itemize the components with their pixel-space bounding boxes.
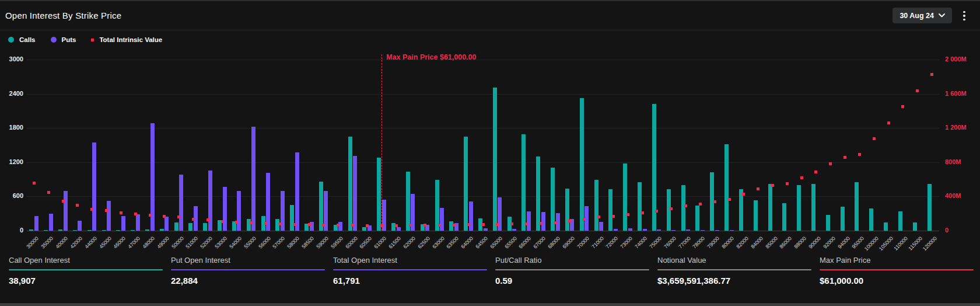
call-bar <box>855 182 859 231</box>
put-bar <box>237 191 241 231</box>
call-bar <box>928 184 932 231</box>
right-axis-tick: 2 000M <box>945 55 980 62</box>
call-bar <box>116 230 120 231</box>
call-bar <box>898 211 902 231</box>
intrinsic-value-dot <box>453 224 456 227</box>
right-axis-tick: 1 600M <box>945 90 980 97</box>
call-bar <box>681 185 685 231</box>
call-bar <box>522 134 526 231</box>
put-bar <box>295 152 299 231</box>
x-axis-tick: 65500 <box>503 235 518 250</box>
legend-label: Total Intrinsic Value <box>99 36 162 43</box>
gridline <box>27 94 939 95</box>
intrinsic-value-dot <box>206 218 209 221</box>
bottom-scrollbar[interactable] <box>0 302 980 306</box>
x-axis-tick: 54000 <box>228 235 243 250</box>
intrinsic-value-dot <box>105 209 108 212</box>
x-axis-tick: 60000 <box>344 235 359 250</box>
legend-label: Puts <box>62 36 76 43</box>
left-axis-tick: 0 <box>0 227 23 234</box>
intrinsic-value-dot <box>264 222 267 225</box>
kebab-menu-icon[interactable] <box>959 9 970 23</box>
call-bar <box>782 203 786 231</box>
stat-underline <box>495 269 649 270</box>
call-bar <box>608 189 612 231</box>
call-bar <box>884 222 888 231</box>
x-axis-tick: 84000 <box>750 235 764 250</box>
intrinsic-value-dot <box>742 193 745 196</box>
intrinsic-value-dot <box>829 162 832 165</box>
x-axis-tick: 86000 <box>779 235 793 250</box>
chart-plot-area[interactable]: Max Pain Price $61,000.00 <box>27 60 939 231</box>
call-bar <box>869 208 873 231</box>
x-axis-tick: 67000 <box>533 235 547 250</box>
x-axis-tick: 71000 <box>590 235 605 250</box>
stat-value: 0.59 <box>495 276 649 286</box>
intrinsic-value-dot <box>771 184 774 187</box>
x-axis-tick: 55000 <box>243 235 257 250</box>
intrinsic-value-dot <box>540 222 542 225</box>
call-bar <box>493 88 497 231</box>
x-axis-tick: 69000 <box>561 235 576 250</box>
x-axis-tick: 110000 <box>892 235 909 252</box>
call-bar <box>88 230 92 231</box>
intrinsic-value-dot <box>757 187 760 190</box>
intrinsic-value-dot <box>901 105 904 108</box>
put-bar <box>686 230 690 231</box>
put-bar <box>223 187 227 231</box>
put-bar <box>657 230 661 231</box>
gridline <box>27 196 939 197</box>
legend-item-calls[interactable]: Calls <box>8 36 36 43</box>
gridline <box>27 162 939 163</box>
put-bar <box>440 208 444 231</box>
call-bar <box>724 144 729 231</box>
panel-header: Open Interest By Strike Price 30 Aug 24 <box>0 1 980 30</box>
intrinsic-value-dot <box>844 156 846 159</box>
intrinsic-value-dot <box>858 153 861 156</box>
put-bar <box>164 217 169 231</box>
stat-label: Total Open Interest <box>333 256 487 265</box>
intrinsic-value-dot <box>134 213 137 215</box>
intrinsic-value-dot <box>597 215 600 218</box>
x-axis-tick: 75000 <box>648 235 663 250</box>
intrinsic-value-dot <box>192 218 195 221</box>
put-bar <box>541 212 545 231</box>
legend-item-total-intrinsic-value[interactable]: Total Intrinsic Value <box>91 36 162 43</box>
x-axis-tick: 80000 <box>720 235 735 250</box>
x-axis-tick: 51000 <box>185 235 200 250</box>
stat-label: Notional Value <box>657 256 811 265</box>
x-axis-tick: 77000 <box>677 235 692 250</box>
left-axis-tick: 600 <box>0 192 23 199</box>
left-axis-tick: 1200 <box>0 158 23 165</box>
left-axis-tick: 2400 <box>0 90 23 97</box>
right-axis-tick: 0 <box>945 227 980 234</box>
call-bar <box>174 222 178 231</box>
legend-item-puts[interactable]: Puts <box>51 36 76 43</box>
x-axis-tick: 62000 <box>402 235 416 250</box>
call-bar <box>362 227 366 231</box>
x-axis-tick: 63000 <box>431 235 446 250</box>
x-axis-tick: 61500 <box>387 235 402 250</box>
intrinsic-value-dot <box>482 223 485 226</box>
stat-label: Call Open Interest <box>9 256 163 265</box>
put-bar <box>136 214 140 231</box>
put-bar <box>643 229 647 231</box>
x-axis-tick: 60500 <box>359 235 373 250</box>
date-selector-button[interactable]: 30 Aug 24 <box>892 8 952 23</box>
call-bar <box>188 223 192 231</box>
right-axis-tick: 800M <box>945 158 980 165</box>
x-axis-tick: 42000 <box>69 235 83 250</box>
legend-square-icon <box>91 39 94 41</box>
call-bar <box>811 184 816 231</box>
intrinsic-value-dot <box>366 224 369 227</box>
stat-label: Put/Call Ratio <box>495 256 649 265</box>
call-bar <box>623 164 627 231</box>
put-bar <box>715 230 719 231</box>
call-bar <box>536 157 540 231</box>
intrinsic-value-dot <box>163 215 166 218</box>
intrinsic-value-dot <box>337 224 340 227</box>
intrinsic-value-dot <box>655 210 658 213</box>
put-bar <box>628 228 632 231</box>
x-axis-tick: 79000 <box>706 235 721 250</box>
stats-row: Call Open Interest38,907Put Open Interes… <box>0 256 980 297</box>
